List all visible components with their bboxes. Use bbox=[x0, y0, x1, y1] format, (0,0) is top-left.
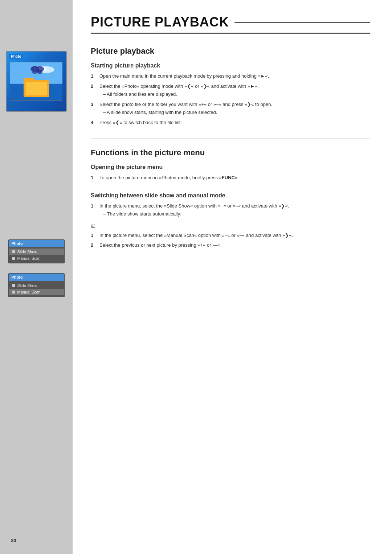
menu-panel-1-header: Photo bbox=[9, 240, 64, 247]
title-line bbox=[234, 22, 370, 23]
section-picture-playback: Picture playback Starting picture playba… bbox=[91, 46, 370, 126]
step-sub: – All folders and files are displayed. bbox=[99, 91, 370, 98]
svg-text:♪: ♪ bbox=[15, 92, 17, 98]
device-screen-label: Photo bbox=[9, 54, 23, 59]
starting-step-3: 3 Select the photo file or the folder yo… bbox=[91, 101, 370, 116]
switching-step-b-1: 1 In the picture menu, select the »Manua… bbox=[91, 232, 370, 239]
step-content: Press »❮« to switch back to the file lis… bbox=[99, 119, 370, 126]
step-content: In the picture menu, select the »Slide S… bbox=[99, 202, 370, 218]
step-num: 2 bbox=[91, 83, 97, 98]
bullet-icon bbox=[12, 257, 15, 260]
menu-panel-2: Photo Slide Show Manual Scan bbox=[8, 273, 65, 297]
functions-heading: Functions in the picture menu bbox=[91, 148, 370, 157]
step-num: 1 bbox=[91, 174, 97, 181]
main-content: PICTURE PLAYBACK Picture playback Starti… bbox=[73, 0, 392, 554]
menu-panel-2-header: Photo bbox=[9, 274, 64, 281]
sidebar: Photo bbox=[0, 0, 73, 554]
switching-heading: Switching between slide show and manual … bbox=[91, 192, 370, 199]
step-content: In the picture menu, select the »Manual … bbox=[99, 232, 370, 239]
opening-section: Opening the picture menu 1 To open the p… bbox=[91, 164, 370, 181]
bullet-icon bbox=[12, 250, 15, 253]
switching-steps-b-list: 1 In the picture menu, select the »Manua… bbox=[91, 232, 370, 249]
menu-panel-2-body: Slide Show Manual Scan bbox=[9, 281, 64, 297]
svg-rect-10 bbox=[26, 82, 47, 95]
starting-section: Starting picture playback 1 Open the mai… bbox=[91, 62, 370, 126]
starting-heading: Starting picture playback bbox=[91, 62, 370, 69]
step-num: 1 bbox=[91, 232, 97, 239]
step-num: 1 bbox=[91, 73, 97, 80]
nav-arrows: < > bbox=[7, 104, 66, 109]
menu-panel-1-item-manualscan: Manual Scan bbox=[9, 255, 64, 262]
starting-step-4: 4 Press »❮« to switch back to the file l… bbox=[91, 119, 370, 126]
step-sub: – A slide show starts, starting with the… bbox=[99, 109, 370, 116]
menu-panel-2-manualscan-label: Manual Scan bbox=[17, 290, 41, 294]
switching-steps-a-list: 1 In the picture menu, select the »Slide… bbox=[91, 202, 370, 218]
bullet-icon bbox=[12, 291, 15, 294]
opening-heading: Opening the picture menu bbox=[91, 164, 370, 171]
page-title: PICTURE PLAYBACK bbox=[91, 15, 229, 30]
device-image: Photo bbox=[6, 51, 67, 112]
menu-panel-2-item-manualscan: Manual Scan bbox=[9, 289, 64, 295]
step-content: To open the picture menu in »Photo« mode… bbox=[99, 174, 370, 181]
switching-section: Switching between slide show and manual … bbox=[91, 192, 370, 249]
switching-step-b-2: 2 Select the previous or next picture by… bbox=[91, 242, 370, 249]
starting-steps-list: 1 Open the main menu in the current play… bbox=[91, 73, 370, 126]
svg-point-6 bbox=[32, 70, 38, 74]
menu-panel-1-item-slideshow: Slide Show bbox=[9, 249, 64, 255]
menu-panel-2-slideshow-label: Slide Show bbox=[17, 283, 37, 288]
starting-step-1: 1 Open the main menu in the current play… bbox=[91, 73, 370, 80]
menu-panel-1: Photo Slide Show Manual Scan bbox=[8, 239, 65, 263]
menu-panel-1-slideshow-label: Slide Show bbox=[17, 250, 37, 254]
switching-step-a-1: 1 In the picture menu, select the »Slide… bbox=[91, 202, 370, 218]
section-picture-playback-heading: Picture playback bbox=[91, 46, 370, 56]
device-screen-content: ♪ bbox=[10, 62, 62, 101]
svg-point-7 bbox=[37, 70, 43, 74]
step-num: 1 bbox=[91, 202, 97, 218]
step-content: Open the main menu in the current playba… bbox=[99, 73, 370, 80]
opening-step-1: 1 To open the picture menu in »Photo« mo… bbox=[91, 174, 370, 181]
or-text: or bbox=[91, 223, 370, 228]
nav-arrow-left: < bbox=[9, 104, 12, 109]
menu-panel-1-body: Slide Show Manual Scan bbox=[9, 247, 64, 263]
step-sub: – The slide show starts automatically; bbox=[99, 210, 370, 218]
step-content: Select the photo file or the folder you … bbox=[99, 101, 370, 116]
bullet-icon bbox=[12, 284, 15, 287]
scene-svg: ♪ bbox=[10, 62, 62, 101]
menu-panel-1-manualscan-label: Manual Scan bbox=[17, 256, 41, 260]
step-num: 3 bbox=[91, 101, 97, 116]
nav-arrow-right: > bbox=[61, 104, 63, 109]
step-content: Select the previous or next picture by p… bbox=[99, 242, 370, 249]
functions-section: Functions in the picture menu Opening th… bbox=[91, 139, 370, 249]
menu-panel-2-item-slideshow: Slide Show bbox=[9, 282, 64, 289]
page-number: 20 bbox=[11, 538, 16, 543]
step-num: 4 bbox=[91, 119, 97, 126]
opening-steps-list: 1 To open the picture menu in »Photo« mo… bbox=[91, 174, 370, 181]
starting-step-2: 2 Select the »Photo« operating mode with… bbox=[91, 83, 370, 98]
page-title-bar: PICTURE PLAYBACK bbox=[91, 15, 370, 34]
step-num: 2 bbox=[91, 242, 97, 249]
step-content: Select the »Photo« operating mode with »… bbox=[99, 83, 370, 98]
